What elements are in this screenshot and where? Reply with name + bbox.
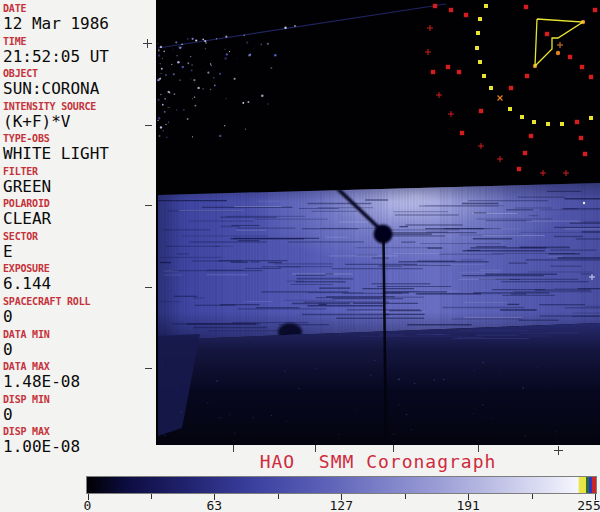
metadata-panel: DATE12 Mar 1986TIME21:52:05 UTOBJECTSUN:… <box>0 0 156 460</box>
metadata-field: POLAROIDCLEAR <box>3 198 51 227</box>
metadata-field: OBJECTSUN:CORONA <box>3 68 99 97</box>
yellow-marker <box>476 31 480 35</box>
field-value: WHITE LIGHT <box>3 145 109 162</box>
metadata-field: DATA MIN0 <box>3 329 50 358</box>
lower-dark-band <box>158 323 600 445</box>
exposure-band <box>158 149 600 341</box>
red-marker <box>523 151 527 155</box>
yellow-marker <box>482 74 486 78</box>
axis-tick <box>145 368 152 369</box>
field-value: CLEAR <box>3 210 51 227</box>
metadata-field: SECTORE <box>3 231 38 260</box>
metadata-field: DISP MIN0 <box>3 394 50 423</box>
metadata-field: INTENSITY SOURCE(K+F)*V <box>3 101 96 130</box>
red-marker <box>509 86 513 90</box>
colorbar-tick-label: 0 <box>84 498 92 512</box>
red-marker <box>464 13 468 17</box>
axis-tick <box>145 125 152 126</box>
yellow-marker <box>546 122 550 126</box>
red-marker <box>525 74 529 78</box>
red-marker <box>433 4 437 8</box>
red-marker <box>579 136 583 140</box>
metadata-field: DISP MAX1.00E-08 <box>3 426 80 455</box>
coronagraph-image-display[interactable] <box>156 0 600 445</box>
yellow-marker <box>508 107 512 111</box>
field-value: 0 <box>3 308 90 325</box>
field-label: INTENSITY SOURCE <box>3 101 96 113</box>
red-marker <box>446 65 450 69</box>
metadata-field: SPACECRAFT ROLL0 <box>3 296 90 325</box>
red-marker <box>583 152 587 156</box>
yellow-marker <box>475 46 479 50</box>
image-edge-line <box>158 4 446 48</box>
yellow-marker <box>560 122 564 126</box>
axis-tick <box>145 205 152 206</box>
colorbar-minor-tick <box>532 494 533 499</box>
red-marker <box>575 120 579 124</box>
field-value: GREEN <box>3 178 51 195</box>
field-label: DATA MIN <box>3 329 50 341</box>
colorbar-minor-tick <box>405 494 406 499</box>
field-value: 1.48E-08 <box>3 373 80 390</box>
red-marker <box>580 65 584 69</box>
metadata-field: FILTERGREEN <box>3 166 51 195</box>
red-marker <box>431 70 435 74</box>
field-label: TIME <box>3 36 109 48</box>
field-label: DISP MIN <box>3 394 50 406</box>
yellow-marker <box>532 120 536 124</box>
red-marker <box>457 70 461 74</box>
field-value: (K+F)*V <box>3 113 96 130</box>
red-marker <box>517 167 521 171</box>
metadata-field: EXPOSURE6.144 <box>3 263 51 292</box>
red-marker <box>524 5 528 9</box>
field-label: FILTER <box>3 166 51 178</box>
colorbar-tick-label: 63 <box>207 498 223 512</box>
axis-plus-marker <box>143 39 152 48</box>
bright-speck <box>583 202 585 204</box>
yellow-marker <box>520 115 524 119</box>
red-marker <box>460 131 464 135</box>
yellow-marker <box>489 86 493 90</box>
colorbar-minor-tick <box>151 494 152 499</box>
red-marker <box>529 134 533 138</box>
field-value: 1.00E-08 <box>3 438 80 455</box>
metadata-field: DATA MAX1.48E-08 <box>3 361 80 390</box>
red-marker <box>593 8 597 12</box>
yellow-marker <box>478 17 482 21</box>
metadata-field: DATE12 Mar 1986 <box>3 3 109 32</box>
colorbar-tick-label: 127 <box>330 498 353 512</box>
colorbar-tick-label: 255 <box>577 498 600 512</box>
yellow-marker <box>589 116 593 120</box>
red-marker <box>449 8 453 12</box>
field-label: SPACECRAFT ROLL <box>3 296 90 308</box>
metadata-field: TIME21:52:05 UT <box>3 36 109 65</box>
field-value: 0 <box>3 341 50 358</box>
red-marker <box>589 75 593 79</box>
red-marker <box>545 32 549 36</box>
orange-marker <box>556 51 560 55</box>
axis-tick <box>145 287 152 288</box>
plot-title: HAO SMM Coronagraph <box>156 451 600 472</box>
red-marker <box>479 109 483 113</box>
field-value: E <box>3 243 38 260</box>
red-marker <box>568 55 572 59</box>
field-value: 12 Mar 1986 <box>3 15 109 32</box>
colorbar-minor-tick <box>278 494 279 499</box>
yellow-marker <box>478 60 482 64</box>
noise-speckles <box>157 25 296 138</box>
field-value: SUN:CORONA <box>3 80 99 97</box>
coronagraph-image <box>156 0 600 445</box>
overlay-polygon <box>535 19 583 66</box>
yellow-marker <box>484 4 488 8</box>
metadata-field: TYPE-OBSWHITE LIGHT <box>3 133 109 162</box>
field-value: 6.144 <box>3 275 51 292</box>
colorbar-tick-label: 191 <box>456 498 479 512</box>
colorbar <box>86 476 597 494</box>
field-value: 21:52:05 UT <box>3 48 109 65</box>
field-value: 0 <box>3 406 50 423</box>
